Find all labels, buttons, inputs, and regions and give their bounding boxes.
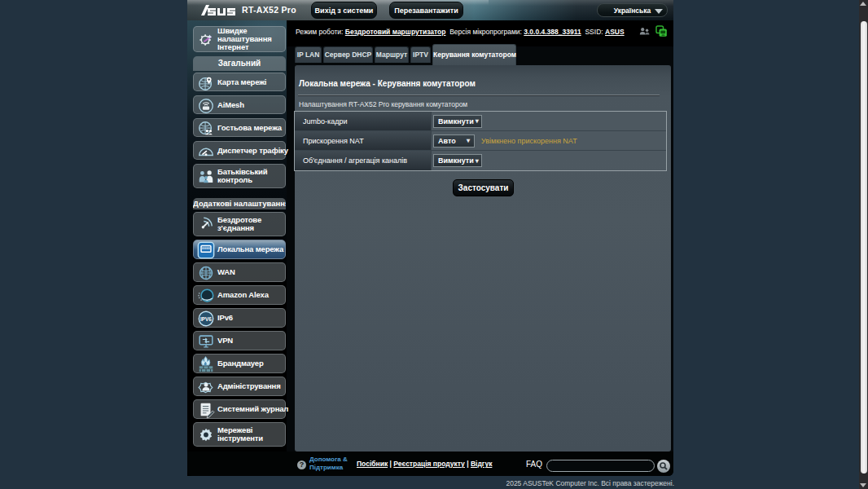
svg-text:IPV6: IPV6 xyxy=(200,316,212,322)
